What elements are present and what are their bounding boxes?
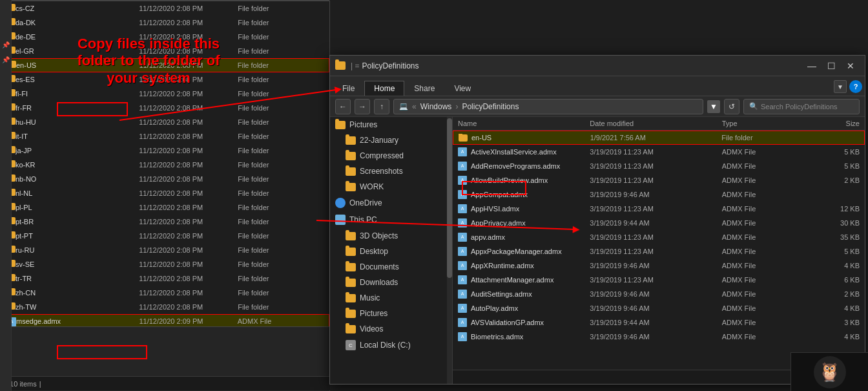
fg-file-row[interactable]: AAddRemovePrograms.admx3/19/2019 11:23 A… <box>453 159 865 173</box>
fg-file-size: 5 KB <box>821 148 860 156</box>
fg-col-date[interactable]: Date modified <box>590 120 721 127</box>
bg-file-row[interactable]: fi-FI11/12/2020 2:08 PMFile folder <box>1 87 329 101</box>
addr-dropdown-button[interactable]: ▼ <box>707 100 720 113</box>
bg-file-row[interactable]: ja-JP11/12/2020 2:08 PMFile folder <box>1 143 329 158</box>
nav-item-3dobjects[interactable]: 3D Objects <box>330 228 452 244</box>
bg-file-row[interactable]: it-IT11/12/2020 2:08 PMFile folder <box>1 129 329 143</box>
fg-admx-icon: A <box>458 275 467 284</box>
tab-home[interactable]: Home <box>364 81 404 96</box>
fg-file-row[interactable]: AAVSValidationGP.admx3/19/2019 9:44 AMAD… <box>453 315 865 330</box>
bg-file-type: File folder <box>238 175 287 183</box>
sidebar-pin-icon[interactable]: 📌 <box>2 41 10 48</box>
nav-item-documents[interactable]: Documents <box>330 259 452 275</box>
up-button[interactable]: ↑ <box>374 99 389 114</box>
fg-file-name-cell: AAutoPlay.admx <box>458 304 590 313</box>
bg-file-row[interactable]: nb-NO11/12/2020 2:08 PMFile folder <box>1 172 329 186</box>
bg-file-name: es-ES <box>16 76 139 83</box>
addr-part1[interactable]: Windows <box>420 102 452 111</box>
fg-col-name[interactable]: Name <box>458 120 590 127</box>
sidebar-pin-icon2[interactable]: 📌 <box>2 56 10 63</box>
refresh-button[interactable]: ↺ <box>724 99 739 114</box>
fg-file-row[interactable]: AActiveXInstallService.admx3/19/2019 11:… <box>453 145 865 159</box>
fg-col-size[interactable]: Size <box>821 120 860 127</box>
minimize-button[interactable]: — <box>803 57 821 75</box>
downloads-folder-icon <box>346 279 356 287</box>
bg-file-row[interactable]: hu-HU11/12/2020 2:08 PMFile folder <box>1 115 329 129</box>
fg-col-headers: Name Date modified Type Size <box>453 117 865 131</box>
fg-file-row[interactable]: Aappv.admx3/19/2019 11:23 AMADMX File35 … <box>453 230 865 244</box>
nav-item-videos[interactable]: Videos <box>330 321 452 337</box>
tab-share[interactable]: Share <box>404 81 444 96</box>
address-bar[interactable]: 💻 « Windows › PolicyDefinitions <box>393 99 703 114</box>
bg-file-row[interactable]: el-GR11/12/2020 2:08 PMFile folder <box>1 44 329 58</box>
bg-file-row[interactable]: ko-KR11/12/2020 2:08 PMFile folder <box>1 158 329 172</box>
bg-file-row[interactable]: es-ES11/12/2020 2:08 PMFile folder <box>1 72 329 87</box>
bg-file-row[interactable]: sv-SE11/12/2020 2:08 PMFile folder <box>1 257 329 271</box>
bg-file-row[interactable]: tr-TR11/12/2020 2:08 PMFile folder <box>1 271 329 286</box>
close-button[interactable]: ✕ <box>842 57 860 75</box>
fg-file-row[interactable]: AAppHVSI.admx3/19/2019 11:23 AMADMX File… <box>453 202 865 216</box>
nav-item-downloads[interactable]: Downloads <box>330 275 452 290</box>
fg-file-row[interactable]: ABiometrics.admx3/19/2019 9:46 AMADMX Fi… <box>453 330 865 344</box>
bg-file-name: nl-NL <box>16 189 139 197</box>
fg-file-row[interactable]: AAppXRuntime.admx3/19/2019 9:46 AMADMX F… <box>453 259 865 273</box>
nav-item-localdisk[interactable]: C Local Disk (C:) <box>330 337 452 354</box>
nav-item-pictures2[interactable]: Pictures <box>330 306 452 321</box>
nav-item-music[interactable]: Music <box>330 290 452 306</box>
bg-file-date: 11/12/2020 2:08 PM <box>139 275 238 282</box>
back-button[interactable]: ← <box>335 99 351 114</box>
bg-file-type: File folder <box>238 204 287 211</box>
files-scroll-area[interactable]: en-US1/9/2021 7:56 AMFile folderAActiveX… <box>453 131 865 370</box>
fg-file-name-cell: AAuditSettings.admx <box>458 290 590 299</box>
fg-file-row[interactable]: AAppxPackageManager.admx3/19/2019 11:23 … <box>453 244 865 259</box>
nav-item-screenshots[interactable]: Screenshots <box>330 164 452 179</box>
fg-file-row[interactable]: AAuditSettings.admx3/19/2019 9:46 AMADMX… <box>453 287 865 301</box>
forward-button[interactable]: → <box>355 99 370 114</box>
fg-file-row[interactable]: en-US1/9/2021 7:56 AMFile folder <box>453 131 865 145</box>
bg-file-type: File folder <box>238 104 287 112</box>
fg-file-row[interactable]: AAutoPlay.admx3/19/2019 9:46 AMADMX File… <box>453 301 865 315</box>
bg-file-row[interactable]: Amsedge.admx11/12/2020 2:09 PMADMX File <box>1 314 329 327</box>
bg-file-row[interactable]: cs-CZ11/12/2020 2:08 PMFile folder <box>1 1 329 16</box>
fg-file-type: ADMX File <box>722 290 821 298</box>
bg-file-row[interactable]: da-DK11/12/2020 2:08 PMFile folder <box>1 16 329 30</box>
bg-explorer-window: 🏠 › MicrosoftEdgePolicyTemplates › windo… <box>0 0 329 391</box>
tab-view[interactable]: View <box>444 81 480 96</box>
left-sidebar: 📌 📌 <box>0 0 12 391</box>
nav-item-onedrive[interactable]: OneDrive <box>330 195 452 211</box>
bg-file-type: File folder <box>238 246 287 254</box>
bg-file-date: 11/12/2020 2:08 PM <box>139 33 238 41</box>
nav-item-desktop[interactable]: Desktop <box>330 244 452 259</box>
bg-file-row[interactable]: zh-TW11/12/2020 2:08 PMFile folder <box>1 300 329 314</box>
ribbon-help-btn[interactable]: ? <box>849 80 862 93</box>
nav-item-compressed[interactable]: Compressed <box>330 148 452 164</box>
bg-file-row[interactable]: pl-PL11/12/2020 2:08 PMFile folder <box>1 200 329 215</box>
fg-col-type[interactable]: Type <box>722 120 821 127</box>
ribbon-chevron-btn[interactable]: ▼ <box>834 80 847 93</box>
fg-file-row[interactable]: AAppCompat.admx3/19/2019 9:46 AMADMX Fil… <box>453 187 865 202</box>
bg-file-row[interactable]: ru-RU11/12/2020 2:08 PMFile folder <box>1 243 329 257</box>
nav-item-pictures[interactable]: Pictures <box>330 117 452 132</box>
screenshots-folder-icon <box>346 167 356 176</box>
maximize-button[interactable]: ☐ <box>822 57 840 75</box>
nav-item-thispc[interactable]: This PC <box>330 211 452 228</box>
bg-file-name: en-US <box>16 61 139 69</box>
addr-part2[interactable]: PolicyDefinitions <box>462 102 519 111</box>
bg-file-name: fi-FI <box>16 90 139 98</box>
bg-file-row[interactable]: nl-NL11/12/2020 2:08 PMFile folder <box>1 186 329 200</box>
nav-scrollbar[interactable] <box>447 117 452 384</box>
fg-file-size: 6 KB <box>821 276 860 284</box>
bg-file-row[interactable]: de-DE11/12/2020 2:08 PMFile folder <box>1 30 329 44</box>
nav-item-22jan[interactable]: 22-January <box>330 132 452 148</box>
bg-file-row[interactable]: en-US11/12/2020 2:08 PMFile folder <box>1 58 329 72</box>
bg-file-row[interactable]: pt-BR11/12/2020 2:08 PMFile folder <box>1 215 329 229</box>
fg-file-row[interactable]: AAttachmentManager.admx3/19/2019 11:23 A… <box>453 273 865 287</box>
search-box[interactable]: 🔍 Search PolicyDefinitions <box>743 99 860 114</box>
nav-item-work[interactable]: WORK <box>330 179 452 195</box>
bg-file-type: File folder <box>238 132 287 140</box>
fg-file-row[interactable]: AAllowBuildPreview.admx3/19/2019 11:23 A… <box>453 173 865 187</box>
bg-file-row[interactable]: pt-PT11/12/2020 2:08 PMFile folder <box>1 229 329 243</box>
fg-file-name: Biometrics.admx <box>471 333 523 341</box>
bg-file-row[interactable]: zh-CN11/12/2020 2:08 PMFile folder <box>1 286 329 300</box>
nav-scrollbar-thumb[interactable] <box>447 118 452 279</box>
